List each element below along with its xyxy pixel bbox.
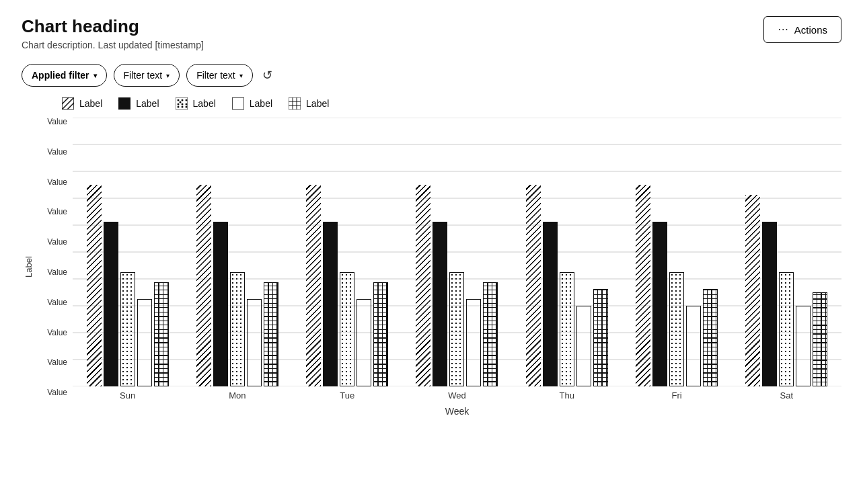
- bar-solid: [652, 222, 667, 386]
- chevron-down-icon-3: ▾: [239, 72, 243, 79]
- legend-label-3: Label: [193, 98, 216, 109]
- filter2-label: Filter text: [124, 70, 163, 81]
- x-axis-day-label: Sun: [73, 386, 182, 401]
- bar-empty: [576, 306, 591, 386]
- bar-dots: [120, 272, 135, 386]
- bar-solid: [762, 222, 777, 386]
- bar-dots: [779, 272, 794, 386]
- bar-empty: [137, 299, 152, 386]
- legend-label-2: Label: [136, 98, 159, 109]
- bar-hatch: [745, 195, 760, 386]
- y-axis-label: Label: [22, 118, 35, 417]
- svg-point-14: [185, 103, 187, 106]
- y-axis-value: Value: [47, 358, 67, 366]
- bar-grid: [483, 282, 498, 386]
- grid-legend-icon: [289, 97, 301, 110]
- day-group: [622, 185, 731, 386]
- x-axis-day-label: Fri: [622, 386, 731, 401]
- bar-hatch: [636, 185, 650, 386]
- svg-rect-4: [118, 97, 130, 110]
- svg-point-8: [177, 103, 179, 106]
- bar-empty: [466, 299, 481, 386]
- legend-item-dots: Label: [176, 97, 216, 110]
- chart-description: Chart description. Last updated [timesta…: [22, 40, 204, 50]
- day-group: [182, 185, 292, 386]
- x-axis-day-label: Thu: [512, 386, 622, 401]
- x-axis-day-label: Mon: [182, 386, 292, 401]
- bar-grid: [373, 282, 388, 386]
- legend-item-empty: Label: [232, 97, 272, 110]
- chart-inner: ValueValueValueValueValueValueValueValue…: [38, 118, 841, 417]
- bar-hatch: [416, 185, 430, 386]
- bar-solid: [543, 222, 558, 386]
- bar-solid: [323, 222, 338, 386]
- day-group: [73, 185, 182, 386]
- svg-rect-16: [232, 97, 244, 110]
- x-axis-day-label: Tue: [293, 386, 402, 401]
- filters-row: Applied filter ▾ Filter text ▾ Filter te…: [22, 64, 841, 87]
- y-axis-value: Value: [47, 329, 67, 337]
- chart-plot: SunMonTueWedThuFriSat: [73, 118, 841, 401]
- bar-grid: [703, 289, 718, 386]
- y-axis-value: Value: [47, 238, 67, 246]
- svg-point-12: [181, 106, 183, 108]
- actions-button[interactable]: ··· Actions: [763, 16, 841, 43]
- bar-grid: [813, 292, 827, 386]
- x-axis-title: Week: [73, 406, 841, 417]
- y-axis-value: Value: [47, 148, 67, 156]
- svg-point-15: [185, 106, 187, 108]
- bars-area: [73, 118, 841, 386]
- svg-point-13: [185, 99, 187, 101]
- bar-empty: [796, 306, 811, 386]
- bar-hatch: [306, 185, 321, 386]
- x-axis-day-label: Sat: [732, 386, 841, 401]
- svg-point-11: [177, 106, 179, 108]
- day-group: [732, 195, 841, 386]
- day-group: [512, 185, 622, 386]
- svg-point-10: [179, 101, 181, 103]
- empty-legend-icon: [232, 97, 244, 110]
- filter-applied-button[interactable]: Applied filter ▾: [22, 64, 107, 87]
- y-axis-value: Value: [47, 178, 67, 186]
- bar-empty: [686, 306, 701, 386]
- x-axis: SunMonTueWedThuFriSat: [73, 386, 841, 401]
- filter1-label: Applied filter: [32, 70, 89, 81]
- chart-heading: Chart heading: [22, 16, 204, 37]
- y-axis-value: Value: [47, 388, 67, 396]
- bar-grid: [593, 289, 608, 386]
- legend-item-grid: Label: [289, 97, 329, 110]
- bar-solid: [213, 222, 228, 386]
- chart-container: Label ValueValueValueValueValueValueValu…: [22, 118, 841, 417]
- y-axis: ValueValueValueValueValueValueValueValue…: [38, 118, 73, 396]
- day-group: [402, 185, 512, 386]
- chevron-down-icon: ▾: [93, 72, 97, 79]
- svg-point-7: [181, 99, 183, 101]
- x-axis-day-label: Wed: [402, 386, 512, 401]
- svg-point-6: [177, 99, 179, 101]
- day-group: [293, 185, 402, 386]
- bar-grid: [264, 282, 278, 386]
- legend-label-5: Label: [306, 98, 329, 109]
- filter-text-button-2[interactable]: Filter text ▾: [186, 64, 253, 87]
- legend-label-1: Label: [79, 98, 102, 109]
- filter-text-button-1[interactable]: Filter text ▾: [114, 64, 180, 87]
- ellipsis-icon: ···: [778, 24, 788, 36]
- svg-rect-17: [289, 97, 301, 110]
- hatch-legend-icon: [62, 97, 74, 110]
- reset-icon: ↺: [262, 68, 272, 83]
- legend-row: Label Label Label Label: [22, 97, 841, 110]
- bar-hatch: [196, 185, 211, 386]
- bar-solid: [433, 222, 447, 386]
- solid-legend-icon: [118, 97, 130, 110]
- actions-label: Actions: [794, 24, 827, 36]
- legend-item-solid: Label: [118, 97, 159, 110]
- chevron-down-icon-2: ▾: [166, 72, 170, 79]
- reset-filter-button[interactable]: ↺: [260, 65, 275, 85]
- legend-item-hatch: Label: [62, 97, 102, 110]
- legend-label-4: Label: [250, 98, 272, 109]
- bar-dots: [669, 272, 684, 386]
- bar-empty: [247, 299, 262, 386]
- bar-hatch: [87, 185, 102, 386]
- filter3-label: Filter text: [196, 70, 235, 81]
- bar-dots: [230, 272, 245, 386]
